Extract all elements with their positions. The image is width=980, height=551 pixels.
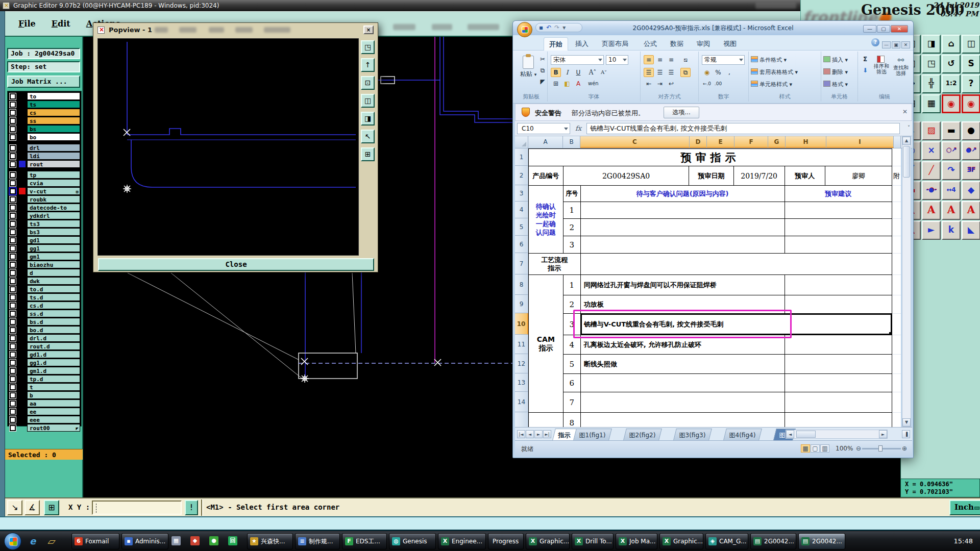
align-middle-icon[interactable]: ≡ [655,55,665,64]
formula-bar[interactable]: 铣槽与V-CUT线重合会有毛刺, 按文件接受毛刺 [586,123,900,134]
wb-minimize-button[interactable]: — [882,41,891,48]
undo-icon[interactable]: ↶ [546,24,551,31]
row-header-10[interactable]: 10 [515,313,528,335]
side-process-cell[interactable]: 工艺流程 指示 [529,254,581,275]
side-cam-cell[interactable]: CAM 指示 [529,275,564,413]
ribbon-tab-开始[interactable]: 开始 [544,37,568,51]
row-header-5[interactable]: 5 [515,218,528,236]
layer-checkbox[interactable] [10,335,16,341]
ribbon-tab-页面布局[interactable]: 页面布局 [597,37,633,51]
popview-close-button[interactable]: Close [98,258,374,271]
layer-label[interactable]: bo [27,133,80,141]
layer-label[interactable]: bs3 [27,228,80,236]
taskbar-button-Graphic[interactable]: XGraphic... [526,533,570,549]
layer-label[interactable]: t [27,383,80,391]
layer-checkbox[interactable] [10,392,16,398]
product-value-cell[interactable]: 2G00429SA0 [563,166,689,186]
taskbar-button-Enginee[interactable]: XEnginee... [438,533,486,549]
layer-row-d[interactable]: d [8,269,81,277]
layer-checkbox[interactable] [10,126,16,132]
row-header-3[interactable]: 3 [515,185,528,202]
layer-checkbox[interactable] [10,343,16,349]
insert-cells-button[interactable]: 插入 ▾ [823,55,848,66]
wrap-text-icon[interactable]: ↩ [666,79,676,88]
layer-label[interactable]: drl [27,144,80,152]
prev-sheet-icon[interactable]: ◄ [526,430,534,438]
taskbar-button-CAM_G[interactable]: ◈CAM_G... [705,533,748,549]
layer-color-swatch[interactable] [19,188,26,194]
align-center-icon[interactable]: ☰ [655,68,665,77]
layer-checkbox[interactable] [10,352,16,358]
pane-shift-icon[interactable]: ◨ [361,112,375,126]
autosum-icon[interactable]: Σ [860,55,870,64]
seq-cell[interactable]: 2 [563,219,580,236]
grid-icon[interactable]: ▦ [922,94,941,113]
help-icon[interactable]: ? [962,74,980,93]
orientation-icon[interactable]: ⧅ [680,55,691,64]
pad-icon[interactable]: ● [962,121,980,140]
ribbon-tab-插入[interactable]: 插入 [570,37,594,51]
line2-icon[interactable]: ╱ [922,161,941,180]
row-header-12[interactable]: 12 [515,354,528,373]
pan-center-icon[interactable]: ╬ [922,74,941,93]
sort-filter-button[interactable]: 排序和筛选 [872,56,891,74]
fill-icon[interactable]: ⬇ [860,66,870,75]
rotate-icon[interactable]: ↷ [942,161,961,180]
layer-row-rout00[interactable]: rout00◤ [8,424,81,432]
layer-checkbox[interactable] [10,102,16,108]
layer-checkbox[interactable] [10,368,16,374]
taskbar-button-Adminis[interactable]: ▪Adminis... [121,533,168,549]
exit-pane-icon[interactable]: ◳ [922,55,941,73]
underline-button[interactable]: U [573,68,583,77]
column-header-partial[interactable] [894,136,901,148]
italic-button[interactable]: I [562,68,572,77]
layer-row-gm1.d[interactable]: gm1.d [8,367,81,375]
column-header-C[interactable]: C [580,136,690,148]
layer-label[interactable]: gd1 [27,236,80,244]
empty-cell[interactable] [580,413,785,428]
layer-row-ldi[interactable]: ldi [8,152,81,160]
empty-cell[interactable] [785,392,892,413]
fit-view-icon[interactable]: ◳ [361,40,375,54]
folder-icon[interactable]: ▱ [45,535,57,547]
shapes-icon[interactable]: ◆ [962,181,980,200]
row-header-9[interactable]: 9 [515,295,528,313]
layer-label[interactable]: bs [27,125,80,133]
exclaim-button[interactable]: ! [185,500,198,515]
ribbon-tab-数据[interactable]: 数据 [665,37,689,51]
layer-row-bo.d[interactable]: bo.d [8,326,81,334]
tile-xy-icon[interactable]: ◫ [962,35,980,54]
job-matrix-button[interactable]: Job Matrix ... [7,76,80,88]
layer-label[interactable]: biaozhu [27,261,80,268]
align-right-icon[interactable]: ☰ [666,68,676,77]
layer-row-ss.d[interactable]: ss.d [8,310,81,318]
calculator-icon[interactable]: ▦ [172,536,181,545]
layer-label[interactable]: drl.d [27,334,80,342]
empty-cell[interactable] [785,202,892,219]
taskbar-button-Genesis[interactable]: ◍Genesis [389,533,436,549]
row-header-1[interactable]: 1 [515,148,528,166]
zoom-1-2-icon[interactable]: 1:2 [942,74,961,93]
layer-row-drl.d[interactable]: drl.d [8,334,81,342]
empty-cell[interactable] [785,413,892,428]
text-a2-icon[interactable]: A [942,201,961,220]
layer-checkbox[interactable] [10,134,16,140]
layer-checkbox[interactable] [10,172,16,178]
conditional-format-button[interactable]: 条件格式 ▾ [751,55,787,66]
k-icon[interactable]: k [942,221,961,240]
layer-row-cs.d[interactable]: cs.d [8,302,81,310]
row-header-2[interactable]: 2 [515,166,528,185]
scroll-thumb[interactable] [903,146,910,178]
suggest-header-cell[interactable]: 预审建议 [785,186,892,202]
row-header-partial[interactable] [515,412,528,427]
column-header-F[interactable]: F [734,136,768,148]
popview-close-icon[interactable]: × [363,26,374,34]
column-header-G[interactable]: G [768,136,786,148]
sheet-title-cell[interactable]: 预审指示 [529,149,892,166]
layer-row-v-cut[interactable]: v-cut⊞ [8,187,81,195]
popview-titlebar[interactable]: Popview - 1 × [93,23,378,37]
last-sheet-icon[interactable]: ►| [543,430,551,438]
attach-label-cell[interactable]: 附 [892,166,901,186]
layer-row-biaozhu[interactable]: biaozhu [8,261,81,269]
row-header-6[interactable]: 6 [515,236,528,253]
